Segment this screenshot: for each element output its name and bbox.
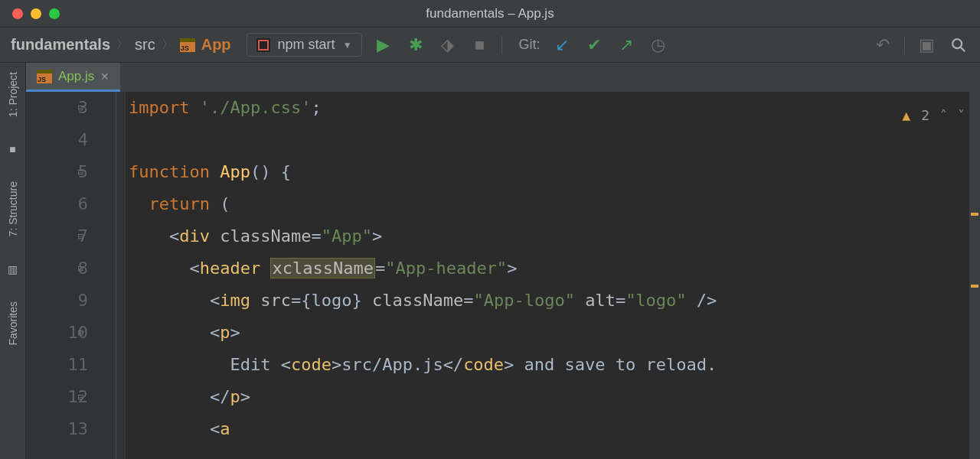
js-file-icon: JS bbox=[37, 70, 52, 83]
project-tool-button[interactable]: 1: Project bbox=[7, 72, 19, 117]
run-button[interactable]: ▶ bbox=[373, 34, 394, 56]
svg-point-0 bbox=[952, 39, 962, 48]
inspections-widget[interactable]: ▲ 2 ˄ ˅ bbox=[902, 99, 965, 132]
run-config-dropdown[interactable]: npm start ▼ bbox=[247, 33, 362, 57]
debug-button[interactable]: ✱ bbox=[405, 34, 426, 56]
search-everywhere-button[interactable] bbox=[948, 34, 969, 56]
svg-line-1 bbox=[961, 47, 965, 51]
chevron-right-icon: 〉 bbox=[116, 37, 129, 53]
error-stripe[interactable] bbox=[969, 92, 980, 459]
breadcrumb-root[interactable]: fundamentals bbox=[11, 36, 110, 54]
fold-icon[interactable]: ⊟ bbox=[78, 92, 83, 124]
code-content[interactable]: import './App.css'; function App() { ret… bbox=[126, 92, 980, 459]
ide-scripting-button[interactable]: ▣ bbox=[916, 34, 937, 56]
coverage-button[interactable]: ⬗ bbox=[437, 34, 459, 56]
gutter: 3⊟ 4 5⊟ 6 7⊟ 8⊟ 9 10⊟ 11 12⊟ 13 bbox=[26, 92, 126, 459]
git-label: Git: bbox=[519, 37, 541, 53]
tab-app-js[interactable]: JS App.js ✕ bbox=[26, 63, 120, 92]
run-config-label: npm start bbox=[278, 37, 335, 53]
close-tab-button[interactable]: ✕ bbox=[100, 70, 109, 83]
history-button[interactable]: ◷ bbox=[648, 34, 669, 56]
fold-icon[interactable]: ⊟ bbox=[78, 220, 83, 252]
fold-icon[interactable]: ⊟ bbox=[78, 317, 83, 349]
chevron-down-icon[interactable]: ˅ bbox=[958, 99, 965, 132]
chevron-down-icon: ▼ bbox=[343, 40, 352, 50]
toolbar: fundamentals 〉 src 〉 JS App npm start ▼ … bbox=[0, 28, 980, 63]
undo-button[interactable]: ↶ bbox=[872, 34, 893, 56]
warning-mark[interactable] bbox=[971, 285, 978, 288]
breadcrumb-folder[interactable]: src bbox=[135, 36, 155, 54]
warning-icon: ▲ bbox=[902, 99, 910, 132]
git-commit-button[interactable]: ✔ bbox=[583, 34, 605, 56]
npm-icon bbox=[256, 38, 270, 52]
git-push-button[interactable]: ↗ bbox=[616, 34, 637, 56]
editor-tabs: JS App.js ✕ bbox=[26, 63, 980, 92]
left-tool-strip: 1: Project ■ 7: Structure ▥ Favorites bbox=[0, 63, 26, 459]
warning-mark[interactable] bbox=[971, 213, 978, 216]
window-title: fundamentals – App.js bbox=[0, 6, 980, 21]
fold-icon[interactable]: ⊟ bbox=[78, 156, 83, 188]
breadcrumb[interactable]: fundamentals 〉 src 〉 JS App bbox=[11, 36, 231, 54]
fold-icon[interactable]: ⊟ bbox=[78, 252, 83, 285]
chevron-up-icon[interactable]: ˄ bbox=[940, 99, 947, 132]
tab-label: App.js bbox=[58, 69, 94, 84]
breadcrumb-file[interactable]: App bbox=[201, 36, 231, 54]
structure-tool-button[interactable]: 7: Structure bbox=[7, 181, 19, 236]
fold-icon[interactable]: ⊟ bbox=[78, 381, 83, 413]
code-editor[interactable]: 3⊟ 4 5⊟ 6 7⊟ 8⊟ 9 10⊟ 11 12⊟ 13 import '… bbox=[26, 92, 980, 459]
titlebar: fundamentals – App.js bbox=[0, 0, 980, 28]
git-pull-button[interactable]: ↙ bbox=[551, 34, 573, 56]
stop-button[interactable]: ■ bbox=[469, 34, 491, 56]
js-file-icon: JS bbox=[180, 38, 195, 52]
favorites-tool-button[interactable]: Favorites bbox=[7, 301, 19, 346]
chevron-right-icon: 〉 bbox=[162, 37, 174, 53]
structure-icon: ▥ bbox=[8, 263, 18, 275]
warning-count: 2 bbox=[921, 99, 929, 132]
folder-icon: ■ bbox=[9, 143, 15, 155]
